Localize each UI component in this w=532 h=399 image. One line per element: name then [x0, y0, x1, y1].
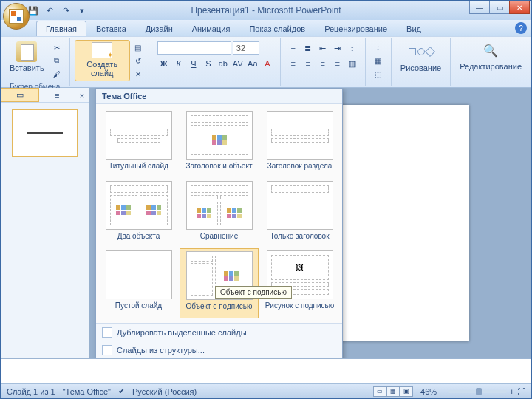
indent-dec-icon[interactable]: ⇤ — [316, 41, 330, 55]
titlebar: 💾 ↶ ↷ ▾ Презентация1 - Microsoft PowerPo… — [1, 1, 531, 20]
editing-button[interactable]: 🔍 Редактирование — [455, 40, 526, 72]
layout-theme-header: Тема Office — [96, 89, 342, 104]
layout-title-slide[interactable]: Титульный слайд — [99, 109, 178, 177]
group-text-opts: ↕ ▦ ⬚ — [366, 38, 392, 86]
align-center-icon[interactable]: ≡ — [301, 57, 315, 70]
layout-gallery: Тема Office Титульный слайд Заголовок и … — [95, 88, 343, 358]
reset-icon[interactable]: ↺ — [132, 55, 145, 66]
new-slide-button[interactable]: Создать слайд — [75, 40, 130, 81]
spellcheck-icon[interactable]: ✔ — [118, 386, 125, 396]
group-slides: Создать слайд ▤ ↺ ✕ — [70, 38, 151, 86]
zoom-slider[interactable] — [448, 390, 507, 393]
zoom-in-button[interactable]: + — [510, 387, 514, 396]
spacing-button[interactable]: AV — [231, 57, 245, 70]
layout-icon[interactable]: ▤ — [132, 41, 145, 53]
paste-icon — [16, 41, 37, 62]
tab-slideshow[interactable]: Показ слайдов — [239, 21, 315, 36]
indent-inc-icon[interactable]: ⇥ — [331, 41, 344, 55]
strike-button[interactable]: ab — [216, 57, 230, 70]
notes-pane[interactable] — [1, 358, 531, 383]
duplicate-icon — [102, 327, 112, 338]
minimize-button[interactable]: — — [469, 1, 490, 14]
numbering-icon[interactable]: ≣ — [301, 41, 315, 55]
outline-pane: ▭ ≡ × — [1, 88, 89, 358]
paste-button[interactable]: Вставить — [5, 40, 49, 81]
new-slide-icon — [92, 42, 112, 58]
cut-icon[interactable]: ✂ — [50, 41, 64, 53]
case-button[interactable]: Aa — [246, 57, 259, 70]
close-pane-icon[interactable]: × — [75, 88, 89, 102]
layout-title-content[interactable]: Заголовок и объект — [180, 109, 259, 177]
line-spacing-icon[interactable]: ↕ — [346, 41, 359, 55]
format-painter-icon[interactable]: 🖌 — [50, 68, 64, 80]
help-icon[interactable]: ? — [515, 22, 527, 34]
align-text-icon[interactable]: ▦ — [372, 55, 385, 66]
group-paragraph: ≡ ≣ ⇤ ⇥ ↕ ≡ ≡ ≡ ≡ ▥ — [281, 38, 366, 86]
font-name-combo[interactable] — [157, 41, 231, 55]
client-area: ▭ ≡ × РНЛ» т... Тема Office Титуль — [1, 88, 531, 358]
shapes-icon — [406, 41, 436, 62]
group-drawing: Рисование — [392, 38, 451, 86]
tab-design[interactable]: Дизайн — [136, 21, 183, 36]
align-left-icon[interactable]: ≡ — [287, 57, 300, 70]
underline-button[interactable]: Ч — [187, 57, 200, 70]
editing-label: Редактирование — [460, 62, 522, 71]
new-slide-label: Создать слайд — [80, 60, 125, 78]
columns-icon[interactable]: ▥ — [346, 57, 359, 70]
tab-home[interactable]: Главная — [36, 21, 86, 36]
zoom-control: 46% − + ⛶ — [420, 387, 525, 396]
quick-access-toolbar: 💾 ↶ ↷ ▾ — [26, 3, 89, 18]
tab-review[interactable]: Рецензирование — [315, 21, 397, 36]
align-right-icon[interactable]: ≡ — [316, 57, 330, 70]
close-button[interactable]: ✕ — [509, 1, 530, 14]
layout-content-caption[interactable]: Объект с подписью — [180, 248, 259, 318]
zoom-out-button[interactable]: − — [440, 387, 444, 396]
status-slide-count: Слайд 1 из 1 — [7, 387, 55, 396]
normal-view-button[interactable]: ▭ — [373, 386, 386, 397]
copy-icon[interactable]: ⧉ — [50, 55, 64, 66]
delete-slide-icon[interactable]: ✕ — [132, 68, 145, 80]
layout-blank[interactable]: Пустой слайд — [99, 248, 178, 318]
font-size-combo[interactable]: 32 — [233, 41, 259, 55]
tab-view[interactable]: Вид — [397, 21, 431, 36]
slides-tab[interactable]: ▭ — [1, 88, 39, 102]
smartart-icon[interactable]: ⬚ — [372, 68, 385, 80]
sorter-view-button[interactable]: ▦ — [386, 386, 400, 397]
drawing-label: Рисование — [400, 64, 441, 72]
group-editing: 🔍 Редактирование — [451, 38, 531, 86]
tab-animation[interactable]: Анимация — [183, 21, 240, 36]
undo-icon[interactable]: ↶ — [42, 3, 57, 18]
group-clipboard: Вставить ✂ ⧉ 🖌 Буфер обмена — [1, 38, 70, 86]
italic-button[interactable]: К — [172, 57, 185, 70]
shadow-button[interactable]: S — [202, 57, 215, 70]
layout-picture-caption[interactable]: 🖼 Рисунок с подписью — [260, 248, 339, 318]
status-theme: "Тема Office" — [63, 387, 111, 396]
layout-gallery-footer: Дублировать выделенные слайды Слайды из … — [96, 323, 342, 358]
redo-icon[interactable]: ↷ — [58, 3, 73, 18]
tab-insert[interactable]: Вставка — [86, 21, 136, 36]
bold-button[interactable]: Ж — [157, 57, 171, 70]
layout-comparison[interactable]: Сравнение — [180, 179, 259, 248]
maximize-button[interactable]: ▭ — [489, 1, 510, 14]
fit-window-button[interactable]: ⛶ — [517, 387, 525, 396]
qat-more-icon[interactable]: ▾ — [75, 3, 89, 18]
layout-two-content[interactable]: Два объекта — [99, 179, 178, 248]
font-color-button[interactable]: A — [261, 57, 274, 70]
slides-from-outline-item[interactable]: Слайды из структуры... — [96, 341, 342, 358]
status-language[interactable]: Русский (Россия) — [132, 387, 197, 396]
duplicate-slides-item[interactable]: Дублировать выделенные слайды — [96, 324, 342, 341]
slideshow-view-button[interactable]: ▣ — [400, 386, 413, 397]
bullets-icon[interactable]: ≡ — [287, 41, 300, 55]
justify-icon[interactable]: ≡ — [331, 57, 344, 70]
drawing-button[interactable]: Рисование — [396, 40, 446, 74]
ribbon-tabs: Главная Вставка Дизайн Анимация Показ сл… — [1, 20, 531, 36]
outline-tab[interactable]: ≡ — [39, 88, 76, 102]
layout-tooltip: Объект с подписью — [215, 286, 292, 299]
zoom-level[interactable]: 46% — [420, 387, 437, 396]
window-controls: — ▭ ✕ — [470, 1, 530, 14]
layout-section-header[interactable]: Заголовок раздела — [260, 109, 339, 177]
office-button[interactable] — [3, 3, 30, 30]
text-direction-icon[interactable]: ↕ — [372, 41, 385, 53]
slide-thumbnail-1[interactable] — [12, 109, 78, 157]
layout-title-only[interactable]: Только заголовок — [260, 179, 339, 248]
